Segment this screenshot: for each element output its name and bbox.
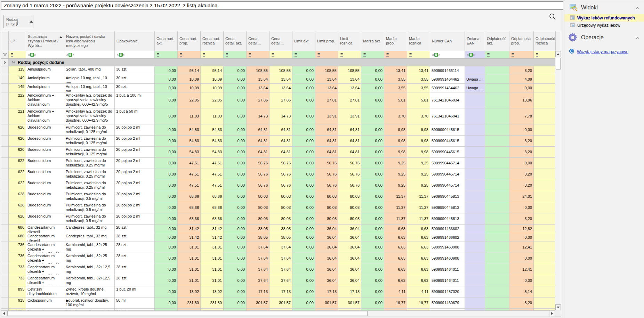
table-row[interactable]: 620BudesonidumPulmicort, zawiesina do ne… bbox=[1, 136, 555, 147]
cell-cena-detal-roznica: 38,05 bbox=[269, 225, 292, 233]
table-row[interactable]: 680Candesartanum cilexetilCandepres, tab… bbox=[1, 225, 555, 233]
vertical-scroll-thumb[interactable] bbox=[556, 58, 561, 70]
horizontal-scroll-thumb[interactable] bbox=[7, 311, 368, 316]
filter-funnel-icon bbox=[3, 53, 7, 57]
table-row[interactable]: 622BudesonidumPulmicort, zawiesina do ne… bbox=[1, 158, 555, 169]
view-item-wykaz-lekow-refundowanych[interactable]: Wykaz leków refundowanych bbox=[564, 14, 644, 22]
table-row[interactable]: 733Candesartanum cilexetili + Hydrochlor… bbox=[1, 264, 555, 275]
header-cell-limit-roznica[interactable]: Limit różnica bbox=[338, 31, 361, 51]
cell-limit-prop: 36,04 bbox=[315, 225, 338, 233]
header-cell-opakowanie[interactable]: Opakowanie bbox=[115, 31, 155, 51]
horizontal-scrollbar[interactable] bbox=[1, 310, 555, 317]
header-cell-nazwa[interactable]: Nazwa, postać i dawka leku albo wyrobu m… bbox=[64, 31, 115, 51]
table-row[interactable]: 736Candesartanum cilexetili + Hydrochlor… bbox=[1, 253, 555, 264]
collapse-chevron-icon[interactable] bbox=[636, 34, 639, 41]
table-row[interactable]: 222Amoxicillinum + Acidum clavulanicumAm… bbox=[1, 92, 555, 108]
filter-cell-nazwa[interactable]: aBc bbox=[64, 51, 115, 58]
header-cell-odplatnosc-roznica[interactable]: Odpłatność różnica bbox=[534, 31, 556, 51]
header-cell-odplatnosc-prop[interactable]: Odpłatność prop. bbox=[509, 31, 534, 51]
cell-substancja: Candesartanum cilexetili + Hydrochloroth… bbox=[26, 253, 64, 264]
table-row[interactable]: 622BudesonidumPulmicort, zawiesina do ne… bbox=[1, 169, 555, 180]
filter-cell-cena-detal-prop[interactable]: = bbox=[247, 51, 269, 58]
filter-cell-lp[interactable]: = bbox=[9, 51, 26, 58]
filter-cell-cena-hurt-roznica[interactable]: = bbox=[201, 51, 224, 58]
widoki-section-header[interactable]: Widoki bbox=[564, 2, 644, 13]
cell-cena-hurt-roznica: 10,09 bbox=[201, 75, 224, 83]
header-cell-limit-prop[interactable]: Limit prop. bbox=[315, 31, 338, 51]
table-row[interactable]: 895Cetirizini dihydrochloridumZyrtec, kr… bbox=[1, 286, 555, 297]
table-row[interactable]: 149AmlodipinumAmlopin 10 mg, tabl., 10 m… bbox=[1, 84, 555, 92]
filter-cell-limit-akt[interactable]: = bbox=[292, 51, 315, 58]
cell-cena-detal-prop: 56,76 bbox=[247, 158, 269, 169]
cell-odplatnosc-roznica bbox=[534, 264, 555, 275]
filter-cell-marza-akt[interactable]: = bbox=[361, 51, 384, 58]
header-cell-zmiana-ean[interactable]: Zmiana EAN bbox=[465, 31, 485, 51]
cell-zmiana-ean bbox=[465, 108, 485, 124]
filter-cell-odplatnosc-roznica[interactable]: = bbox=[534, 51, 556, 58]
filter-cell-opakowanie[interactable]: aBc bbox=[115, 51, 155, 58]
load-stock-label[interactable]: Wczytaj stany magazynowe bbox=[577, 49, 628, 54]
collapse-chevron-icon[interactable] bbox=[636, 5, 639, 11]
filter-cell-substancja[interactable]: aBc bbox=[26, 51, 64, 58]
group-by-button[interactable]: Rodzaj pozycji bbox=[3, 15, 33, 28]
filter-cell-odplatnosc-akt[interactable]: = bbox=[485, 51, 509, 58]
scroll-up-button[interactable] bbox=[555, 51, 561, 57]
table-row[interactable]: 149AmlodipinumAmlopin 10 mg, tabl., 10 m… bbox=[1, 75, 555, 84]
header-cell-marza-prop[interactable]: Marża prop. bbox=[384, 31, 407, 51]
header-cell-odplatnosc-akt[interactable]: Odpłatność akt. bbox=[485, 31, 509, 51]
table-row[interactable]: 221Amoxicillinum + Acidum clavulanicumAm… bbox=[1, 108, 555, 124]
cell-limit-roznica: 80,03 bbox=[338, 191, 361, 202]
filter-cell-marza-roznica[interactable]: = bbox=[407, 51, 430, 58]
scroll-right-button[interactable] bbox=[549, 311, 555, 316]
header-cell-limit-akt[interactable]: Limit akt. bbox=[292, 31, 315, 51]
filter-cell-limit-roznica[interactable]: = bbox=[338, 51, 361, 58]
table-row[interactable]: 733Candesartanum cilexetili + Hydrochlor… bbox=[1, 275, 555, 286]
filter-cell-limit-prop[interactable]: = bbox=[315, 51, 338, 58]
view-item-urzedowy-wykaz-lekow[interactable]: Urzędowy wykaz leków bbox=[564, 22, 644, 29]
cell-marza-akt: 0,00 bbox=[361, 242, 384, 253]
scroll-down-button[interactable] bbox=[555, 304, 561, 310]
table-row[interactable]: 915CiclosporinumEquoral, roztwór doustny… bbox=[1, 297, 555, 309]
header-label: Numer EAN bbox=[432, 39, 452, 43]
cell-cena-detal-akt: 0,00 bbox=[224, 233, 247, 242]
header-cell-cena-detal-akt[interactable]: Cena detal. akt. bbox=[224, 31, 247, 51]
table-row[interactable]: 115AmisulpridumSolian, tabl., 400 mg30 s… bbox=[1, 66, 555, 75]
filter-cell-zmiana-ean[interactable]: aBc bbox=[465, 51, 485, 58]
table-row[interactable]: 622BudesonidumPulmicort, zawiesina do ne… bbox=[1, 180, 555, 191]
header-cell-lp[interactable]: LP bbox=[9, 31, 26, 51]
scroll-left-button[interactable] bbox=[1, 311, 7, 316]
header-cell-marza-akt[interactable]: Marża akt. bbox=[361, 31, 384, 51]
cell-limit-roznica: 56,76 bbox=[338, 180, 361, 191]
filter-cell-marza-prop[interactable]: = bbox=[384, 51, 407, 58]
table-row[interactable]: 628BudesonidumPulmicort, zawiesina do ne… bbox=[1, 202, 555, 213]
view-item-label[interactable]: Wykaz leków refundowanych bbox=[577, 16, 635, 21]
table-row[interactable]: 620BudesonidumPulmicort, zawiesina do ne… bbox=[1, 147, 555, 158]
table-row[interactable]: 620BudesonidumPulmicort, zawiesina do ne… bbox=[1, 124, 555, 136]
filter-cell-cena-detal-roznica[interactable]: = bbox=[269, 51, 292, 58]
table-row[interactable]: 680Candesartanum cilexetilCandepres, tab… bbox=[1, 233, 555, 242]
header-cell-cena-detal-roznica[interactable]: Cena detal.... bbox=[269, 31, 292, 51]
filter-cell-numer-ean[interactable]: aBc bbox=[430, 51, 465, 58]
filter-cell-cena-detal-akt[interactable]: = bbox=[224, 51, 247, 58]
header-cell-numer-ean[interactable]: Numer EAN bbox=[430, 31, 465, 51]
header-cell-marza-roznica[interactable]: Marża różnica bbox=[407, 31, 430, 51]
filter-cell-odplatnosc-prop[interactable]: = bbox=[509, 51, 534, 58]
search-icon[interactable] bbox=[549, 13, 556, 21]
cell-odplatnosc-prop: 12,41 bbox=[509, 264, 534, 275]
load-stock-link[interactable]: Wczytaj stany magazynowe bbox=[564, 48, 644, 55]
table-row[interactable]: 736Candesartanum cilexetili + Hydrochlor… bbox=[1, 242, 555, 253]
filter-cell-cena-hurt-akt[interactable]: = bbox=[155, 51, 178, 58]
view-item-label[interactable]: Urzędowy wykaz leków bbox=[577, 23, 620, 28]
header-cell-cena-hurt-prop[interactable]: Cena hurt. prop. bbox=[178, 31, 201, 51]
header-cell-substancja[interactable]: Substancja czynna / Produkt / Wyrób... bbox=[26, 31, 64, 51]
table-row[interactable]: 628BudesonidumPulmicort, zawiesina do ne… bbox=[1, 213, 555, 225]
operacje-section-header[interactable]: Operacje bbox=[564, 31, 644, 44]
header-cell-cena-detal-prop[interactable]: Cena detal.... bbox=[247, 31, 269, 51]
vertical-scrollbar[interactable] bbox=[555, 51, 561, 310]
table-row[interactable]: 628BudesonidumPulmicort, zawiesina do ne… bbox=[1, 191, 555, 202]
group-row[interactable]: Rodzaj pozycji: dodane bbox=[1, 59, 555, 66]
header-cell-cena-hurt-akt[interactable]: Cena hurt. akt. bbox=[155, 31, 178, 51]
cell-cena-detal-akt: 0,00 bbox=[224, 264, 247, 275]
filter-cell-cena-hurt-prop[interactable]: = bbox=[178, 51, 201, 58]
header-cell-cena-hurt-roznica[interactable]: Cena hurt. różnica bbox=[201, 31, 224, 51]
